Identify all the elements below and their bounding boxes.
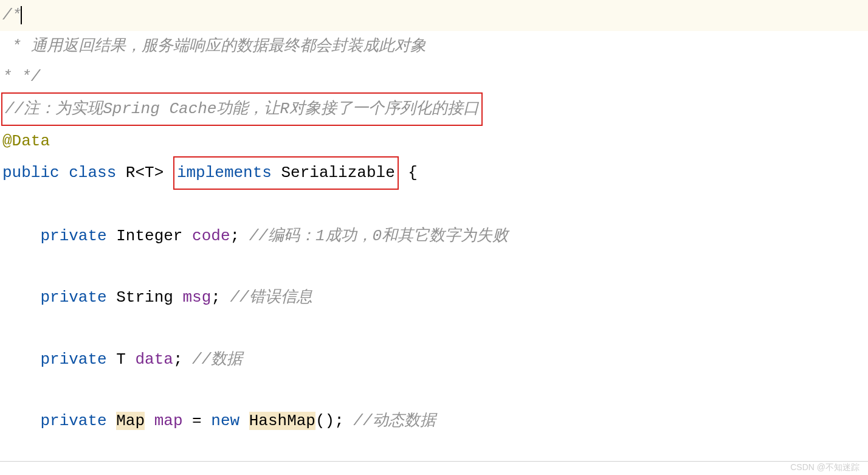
map-type-highlight: Map — [116, 412, 145, 430]
class-decl-line: public class R<T> implements Serializabl… — [0, 156, 868, 190]
field-msg-line: private String msg; //错误信息 — [0, 282, 868, 313]
code-block: /* * 通用返回结果，服务端响应的数据最终都会封装成此对象 * */ //注：… — [0, 0, 868, 437]
comment-open-line: /* — [0, 0, 868, 31]
annotation-line: @Data — [0, 126, 868, 157]
comment-desc-line: * 通用返回结果，服务端响应的数据最终都会封装成此对象 — [0, 31, 868, 62]
blank-line — [0, 190, 868, 221]
field-data-line: private T data; //数据 — [0, 344, 868, 375]
blank-line — [0, 252, 868, 283]
field-code-line: private Integer code; //编码：1成功，0和其它数字为失败 — [0, 221, 868, 252]
bottom-divider — [0, 461, 868, 462]
blank-line — [0, 313, 868, 344]
watermark: CSDN @不知迷踪 — [790, 462, 859, 473]
text-cursor — [21, 6, 22, 24]
highlighted-note-box: //注：为实现Spring Cache功能，让R对象接了一个序列化的接口 — [1, 92, 483, 126]
hashmap-type-highlight: HashMap — [249, 412, 315, 430]
comment-close-line: * */ — [0, 61, 868, 92]
field-map-line: private Map map = new HashMap(); //动态数据 — [0, 406, 868, 437]
implements-box: implements Serializable — [173, 156, 399, 190]
note-line: //注：为实现Spring Cache功能，让R对象接了一个序列化的接口 — [0, 92, 868, 126]
blank-line — [0, 375, 868, 406]
